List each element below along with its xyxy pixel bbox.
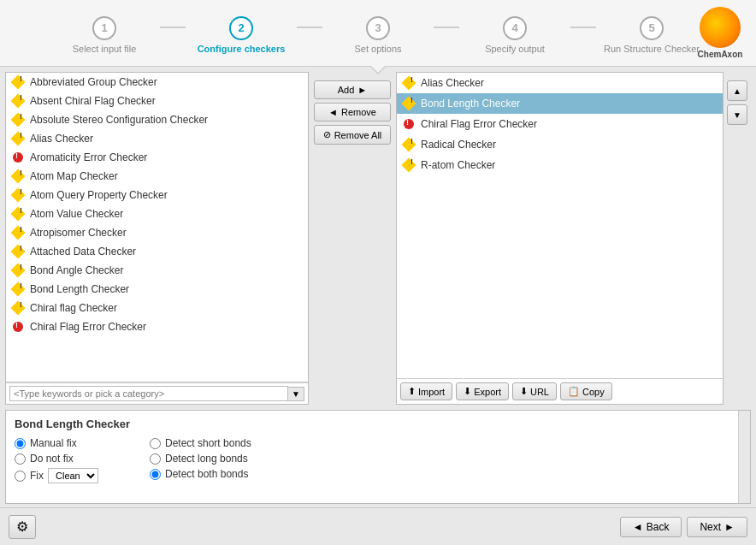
wizard-step-2[interactable]: 2 Configure checkers: [186, 16, 297, 54]
wizard-step-1[interactable]: 1 Select input file: [49, 16, 160, 54]
back-arrow-icon: ◄: [633, 521, 643, 533]
remove-all-button[interactable]: ⊘ Remove All: [314, 125, 391, 145]
checker-icon: [11, 320, 25, 334]
search-dropdown-button[interactable]: ▼: [288, 387, 304, 401]
move-up-button[interactable]: ▲: [727, 80, 747, 101]
list-item[interactable]: Atom Value Checker: [6, 204, 308, 223]
warning-icon: [11, 264, 26, 278]
checker-item-label: Absolute Stereo Configuration Checker: [30, 114, 208, 126]
back-label: Back: [647, 521, 670, 533]
checker-item-label: Bond Length Checker: [30, 283, 129, 295]
do-not-fix-row: Do not fix: [15, 453, 98, 465]
import-icon: ⬆: [408, 386, 416, 397]
search-input[interactable]: [9, 386, 288, 401]
wizard-step-4[interactable]: 4 Specify output: [459, 16, 570, 54]
next-button[interactable]: Next ►: [687, 517, 747, 537]
detect-both-radio[interactable]: [150, 469, 161, 480]
main-content: Abbreviated Group Checker Absent Chiral …: [0, 67, 756, 507]
list-item[interactable]: Abbreviated Group Checker: [6, 73, 308, 92]
table-row[interactable]: R-atom Checker: [397, 155, 723, 175]
fix-dropdown[interactable]: Clean: [48, 468, 98, 483]
checker-icon: [402, 76, 416, 90]
copy-button[interactable]: 📋 Copy: [560, 382, 612, 400]
warning-icon: [11, 94, 26, 109]
list-item[interactable]: Aromaticity Error Checker: [6, 148, 308, 167]
checker-icon: [402, 97, 416, 110]
warning-icon: [402, 138, 416, 152]
detail-scrollbar[interactable]: [738, 411, 750, 503]
checker-icon: [11, 207, 25, 221]
gear-button[interactable]: ⚙: [9, 515, 36, 539]
export-button[interactable]: ⬇ Export: [456, 382, 509, 400]
checker-icon: [11, 282, 25, 296]
error-icon: [13, 152, 23, 163]
list-item[interactable]: Attached Data Checker: [6, 242, 308, 261]
warning-icon: [11, 226, 26, 240]
updown-panel: ▲ ▼: [727, 72, 751, 405]
list-item[interactable]: Absent Chiral Flag Checker: [6, 92, 308, 110]
logo-text: ChemAxon: [694, 50, 746, 59]
detect-option-group: Detect short bonds Detect long bonds Det…: [150, 437, 251, 483]
list-item[interactable]: Absolute Stereo Configuration Checker: [6, 110, 308, 129]
detect-short-radio[interactable]: [150, 438, 161, 449]
wizard-step-3[interactable]: 3 Set options: [322, 16, 434, 54]
step-circle-3: 3: [366, 16, 390, 40]
list-item[interactable]: Atom Query Property Checker: [6, 186, 308, 204]
move-down-button[interactable]: ▼: [727, 104, 747, 125]
checker-panels: Abbreviated Group Checker Absent Chiral …: [0, 67, 756, 410]
fix-option-group: Manual fix Do not fix Fix Clean: [15, 437, 98, 483]
wizard-connector-3: [570, 27, 596, 28]
table-row[interactable]: Alias Checker: [397, 73, 723, 93]
wizard-connector-1: [297, 27, 322, 28]
url-button[interactable]: ⬇ URL: [512, 382, 557, 400]
warning-icon: [11, 282, 26, 297]
checker-icon: [11, 226, 25, 240]
error-icon: [13, 322, 23, 332]
checker-icon: [11, 94, 25, 108]
list-item[interactable]: Atom Map Checker: [6, 167, 308, 186]
logo-graphic: [700, 7, 741, 48]
checker-icon: [11, 113, 25, 127]
step-circle-5: 5: [640, 16, 664, 40]
selected-item-label: Radical Checker: [421, 139, 496, 151]
back-button[interactable]: ◄ Back: [620, 517, 682, 537]
warning-icon: [11, 75, 26, 90]
list-item[interactable]: Bond Length Checker: [6, 280, 308, 299]
list-item[interactable]: Alias Checker: [6, 129, 308, 148]
table-row[interactable]: Bond Length Checker: [397, 93, 723, 114]
do-not-fix-radio[interactable]: [15, 453, 26, 465]
wizard-steps: 1 Select input file 2 Configure checkers…: [49, 16, 707, 54]
list-item[interactable]: Chiral flag Checker: [6, 299, 308, 317]
selected-item-label: Bond Length Checker: [421, 98, 520, 110]
add-arrow-icon: ►: [357, 85, 367, 95]
table-row[interactable]: Radical Checker: [397, 134, 723, 155]
checker-icon: [11, 75, 25, 89]
fix-radio[interactable]: [15, 471, 26, 482]
manual-fix-radio[interactable]: [15, 438, 26, 449]
checker-icon: [402, 117, 416, 131]
list-item[interactable]: Atropisomer Checker: [6, 223, 308, 242]
import-button[interactable]: ⬆ Import: [400, 382, 452, 400]
table-row[interactable]: Chiral Flag Error Checker: [397, 114, 723, 134]
add-button[interactable]: Add ►: [314, 80, 391, 99]
selected-list[interactable]: Alias Checker Bond Length Checker Chiral…: [397, 73, 723, 378]
selected-item-label: Alias Checker: [421, 77, 484, 89]
warning-icon: [402, 158, 416, 173]
manual-fix-row: Manual fix: [15, 437, 98, 449]
detect-long-radio[interactable]: [150, 453, 161, 465]
remove-button[interactable]: ◄ Remove: [314, 103, 391, 121]
checker-item-label: Atom Query Property Checker: [30, 189, 168, 201]
list-item[interactable]: Chiral Flag Error Checker: [6, 317, 308, 336]
copy-icon: 📋: [568, 386, 580, 397]
warning-icon: [11, 132, 26, 146]
checker-item-label: Chiral Flag Error Checker: [30, 321, 146, 333]
checker-icon: [11, 169, 25, 183]
detect-both-row: Detect both bonds: [150, 468, 251, 480]
eraser-icon: ⊘: [323, 129, 331, 140]
footer-right: ◄ Back Next ►: [620, 517, 747, 537]
step-label-4: Specify output: [485, 44, 545, 54]
checker-icon: [11, 264, 25, 277]
wizard-step-5[interactable]: 5 Run Structure Checker: [596, 16, 707, 54]
checker-list[interactable]: Abbreviated Group Checker Absent Chiral …: [6, 73, 308, 382]
list-item[interactable]: Bond Angle Checker: [6, 261, 308, 280]
